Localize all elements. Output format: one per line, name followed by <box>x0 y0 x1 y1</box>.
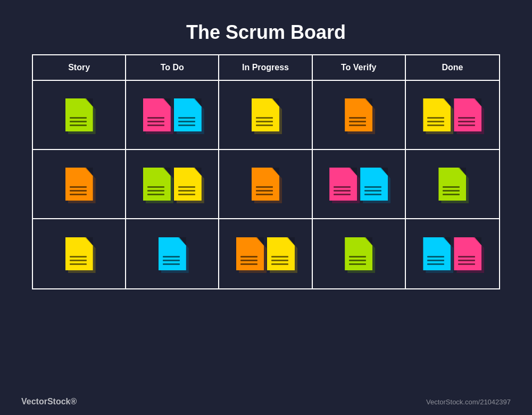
sticky-note[interactable] <box>174 98 202 131</box>
header-cell-in-progress: In Progress <box>219 55 312 80</box>
sticky-note[interactable] <box>252 98 279 131</box>
footer-brand: VectorStock® <box>21 397 77 406</box>
board-cell <box>313 219 406 288</box>
header-cell-story: Story <box>33 55 126 80</box>
board-cell <box>219 150 312 218</box>
sticky-note[interactable] <box>454 98 481 131</box>
page-title: The Scrum Board <box>186 21 346 44</box>
header-cell-done: Done <box>406 55 499 80</box>
board-cell <box>126 150 219 218</box>
sticky-note[interactable] <box>360 168 388 201</box>
sticky-note[interactable] <box>65 168 93 201</box>
sticky-note[interactable] <box>454 237 481 270</box>
sticky-note[interactable] <box>65 237 93 270</box>
sticky-note[interactable] <box>423 98 451 131</box>
sticky-note[interactable] <box>345 98 372 131</box>
sticky-note[interactable] <box>252 168 279 201</box>
board-cell <box>33 150 126 218</box>
board-row <box>33 219 499 288</box>
sticky-note[interactable] <box>143 168 171 201</box>
board-cell <box>313 150 406 218</box>
sticky-note[interactable] <box>267 237 295 270</box>
sticky-note[interactable] <box>174 168 202 201</box>
board-cell <box>33 81 126 149</box>
header-cell-to-do: To Do <box>126 55 219 80</box>
sticky-note[interactable] <box>236 237 264 270</box>
sticky-note[interactable] <box>345 237 372 270</box>
sticky-note[interactable] <box>143 98 171 131</box>
board-cell <box>219 81 312 149</box>
board-cell <box>219 219 312 288</box>
board-body <box>33 81 499 288</box>
sticky-note[interactable] <box>438 168 466 201</box>
sticky-note[interactable] <box>159 237 186 270</box>
footer-url: VectorStock.com/21042397 <box>426 398 511 406</box>
board-header: StoryTo DoIn ProgressTo VerifyDone <box>33 55 499 81</box>
scrum-board: StoryTo DoIn ProgressTo VerifyDone <box>32 54 500 289</box>
board-cell <box>406 81 499 149</box>
board-cell <box>406 150 499 218</box>
board-row <box>33 81 499 150</box>
sticky-note[interactable] <box>423 237 451 270</box>
header-cell-to-verify: To Verify <box>313 55 406 80</box>
board-cell <box>126 219 219 288</box>
board-cell <box>126 81 219 149</box>
footer: VectorStock® VectorStock.com/21042397 <box>0 397 532 406</box>
board-cell <box>33 219 126 288</box>
sticky-note[interactable] <box>329 168 357 201</box>
board-cell <box>313 81 406 149</box>
sticky-note[interactable] <box>65 98 93 131</box>
board-cell <box>406 219 499 288</box>
board-row <box>33 150 499 219</box>
